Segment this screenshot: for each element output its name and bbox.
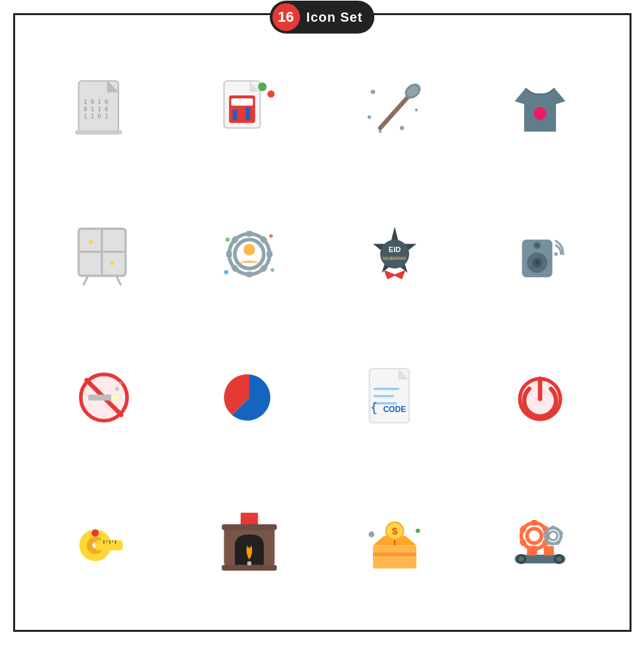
svg-point-48	[224, 270, 229, 274]
svg-rect-63	[111, 395, 120, 401]
svg-rect-88	[222, 565, 277, 571]
icon-gear-conveyor	[471, 473, 610, 611]
svg-point-103	[557, 556, 562, 561]
svg-rect-40	[247, 271, 253, 277]
outer-border: 16 Icon Set 1 0 1 0 0 1 1 0 1 1 0 1	[13, 13, 632, 632]
badge-number: 16	[272, 3, 300, 31]
svg-point-105	[527, 529, 541, 543]
svg-point-26	[533, 107, 547, 120]
svg-point-17	[371, 90, 376, 94]
svg-point-46	[269, 234, 273, 238]
svg-rect-16	[246, 107, 251, 120]
svg-text:{: {	[370, 400, 378, 415]
svg-rect-119	[527, 546, 537, 555]
svg-point-65	[119, 382, 123, 386]
svg-rect-42	[226, 251, 232, 257]
icon-code-file: { CODE	[326, 329, 464, 467]
svg-rect-36	[247, 231, 253, 237]
svg-line-31	[116, 276, 121, 284]
badge-text: Icon Set	[307, 10, 363, 25]
svg-rect-120	[544, 546, 554, 555]
icon-pie-chart	[180, 329, 319, 467]
svg-text:1 0 1 0: 1 0 1 0	[84, 99, 108, 105]
svg-rect-15	[239, 113, 244, 120]
svg-rect-94	[373, 545, 416, 568]
svg-rect-13	[232, 99, 253, 106]
svg-text:1 1 0 1: 1 1 0 1	[84, 113, 108, 120]
svg-rect-7	[75, 130, 122, 135]
icon-no-smoking	[35, 329, 174, 467]
svg-text:EID: EID	[389, 245, 401, 253]
icon-tshirt	[471, 41, 610, 179]
icon-fireplace	[180, 473, 319, 611]
svg-point-50	[380, 240, 409, 269]
svg-point-64	[115, 387, 120, 392]
icon-eid-mubarak: EID MUBARAK	[326, 186, 464, 323]
svg-rect-14	[233, 110, 237, 120]
svg-text:✦: ✦	[108, 258, 116, 269]
svg-point-91	[416, 529, 420, 533]
svg-point-20	[368, 116, 372, 120]
svg-point-19	[415, 109, 418, 111]
svg-text:CODE: CODE	[383, 405, 406, 414]
svg-point-47	[270, 268, 274, 272]
svg-point-22	[379, 130, 382, 133]
icons-grid: 1 0 1 0 0 1 1 0 1 1 0 1	[15, 15, 630, 630]
svg-text:$: $	[392, 525, 398, 536]
svg-text:✦: ✦	[87, 236, 95, 247]
svg-point-10	[258, 82, 266, 91]
icon-shovel	[326, 41, 464, 179]
svg-point-56	[535, 261, 539, 265]
icon-binary-file: 1 0 1 0 0 1 1 0 1 1 0 1	[35, 41, 174, 179]
svg-rect-38	[266, 251, 272, 257]
icon-tape-measure	[35, 473, 174, 611]
svg-point-59	[554, 252, 558, 256]
svg-rect-96	[373, 552, 416, 556]
svg-point-44	[243, 244, 255, 255]
icon-power-button	[471, 329, 610, 467]
svg-point-104	[521, 523, 547, 549]
svg-point-21	[400, 126, 405, 130]
svg-rect-85	[241, 513, 258, 526]
icon-calculator-chart	[180, 41, 319, 179]
header-badge: 16 Icon Set	[270, 1, 375, 34]
svg-text:0 1 1 0: 0 1 1 0	[84, 106, 108, 113]
icon-speaker-wifi	[471, 186, 610, 323]
svg-point-45	[226, 237, 230, 242]
icon-user-settings	[180, 186, 319, 323]
svg-text:MUBARAK: MUBARAK	[383, 256, 407, 261]
svg-point-101	[519, 556, 524, 561]
svg-point-90	[368, 531, 374, 537]
svg-point-58	[535, 244, 539, 247]
svg-point-84	[91, 529, 99, 536]
svg-line-23	[380, 94, 410, 128]
svg-point-11	[268, 91, 275, 98]
svg-rect-106	[532, 520, 537, 526]
svg-rect-114	[551, 526, 556, 530]
icon-box-dollar: $	[326, 473, 464, 611]
svg-point-113	[549, 531, 557, 540]
svg-rect-87	[222, 524, 277, 530]
icon-window-frame: ✦ ✦	[35, 186, 174, 323]
svg-point-89	[247, 561, 252, 565]
svg-rect-78	[95, 540, 123, 550]
svg-line-30	[84, 276, 88, 284]
